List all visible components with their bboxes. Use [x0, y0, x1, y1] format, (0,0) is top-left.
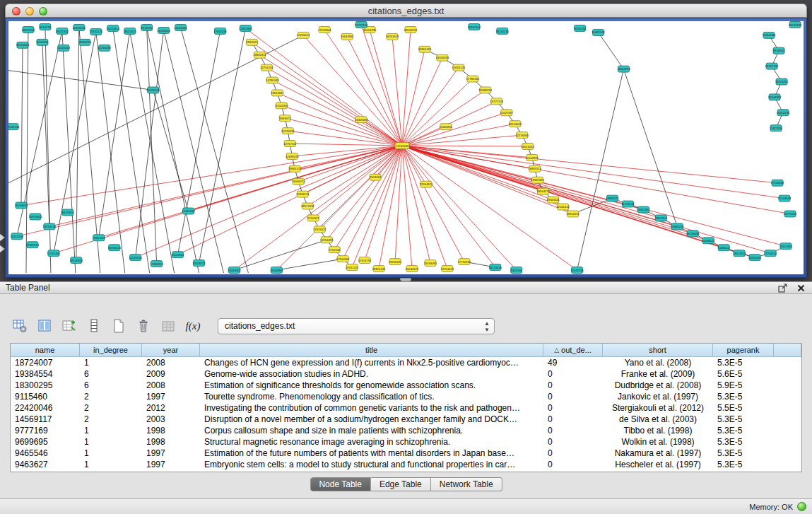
graph-node[interactable]: 12460333: [182, 208, 195, 214]
graph-node[interactable]: 17554304: [336, 256, 350, 262]
zoom-window-button[interactable]: [39, 7, 47, 16]
graph-node[interactable]: 18301261: [637, 206, 650, 213]
graph-node[interactable]: 12312455: [239, 25, 252, 31]
table-row[interactable]: 969969511998Structural magnetic resonanc…: [11, 436, 801, 448]
graph-node[interactable]: 12210455: [98, 45, 111, 51]
table-row[interactable]: 911546021997Tourette syndrome. Phenomeno…: [11, 391, 801, 402]
graph-node[interactable]: 12754413: [441, 266, 454, 272]
graph-node[interactable]: 17052233: [213, 28, 227, 34]
graph-node[interactable]: 17704214: [764, 250, 777, 257]
graph-node[interactable]: 16113342: [779, 243, 793, 250]
function-builder-icon[interactable]: f(x): [183, 317, 203, 336]
column-header-short[interactable]: short: [603, 344, 713, 357]
graph-node[interactable]: 18755124: [43, 223, 57, 230]
graph-node[interactable]: 15344952: [440, 124, 453, 130]
graph-node[interactable]: 17240580: [395, 143, 409, 149]
graph-node[interactable]: 17925521: [313, 226, 326, 233]
graph-node[interactable]: 11007537: [500, 110, 514, 116]
graph-node[interactable]: 12206021: [297, 32, 310, 38]
graph-node[interactable]: 18640912: [404, 26, 418, 33]
node-table[interactable]: namein_degreeyeartitle△out_de...shortpag…: [10, 343, 802, 472]
graph-node[interactable]: 9524081: [370, 174, 382, 180]
table-row[interactable]: 1830029562008Estimation of significance …: [11, 380, 801, 391]
graph-node[interactable]: 15056713: [292, 178, 305, 185]
graph-node[interactable]: 16914251: [566, 211, 579, 217]
column-header-out_de...[interactable]: △out_de...: [543, 344, 603, 357]
show-columns-icon[interactable]: [35, 317, 54, 336]
graph-node[interactable]: 16208112: [192, 260, 206, 267]
graph-node[interactable]: 20142320: [275, 103, 288, 109]
graph-node[interactable]: 19861311: [253, 52, 266, 58]
graph-node[interactable]: 11224105: [129, 255, 143, 261]
graph-node[interactable]: 16648794: [617, 66, 630, 72]
graph-node[interactable]: 17332120: [89, 28, 102, 35]
graph-node[interactable]: 17732254: [458, 259, 471, 265]
graph-node[interactable]: 20732625: [281, 128, 295, 134]
graph-node[interactable]: 12103544: [778, 195, 792, 201]
graph-node[interactable]: 9069571: [279, 115, 291, 122]
graph-node[interactable]: 16154220: [157, 27, 170, 33]
graph-node[interactable]: 16553124: [107, 245, 121, 251]
table-row[interactable]: 1938455462009Genome-wide association stu…: [11, 368, 801, 380]
table-row[interactable]: 977716911998Corpus callosum shape and si…: [11, 425, 801, 436]
graph-node[interactable]: 12533104: [8, 124, 20, 130]
graph-node[interactable]: 18021531: [123, 28, 136, 34]
graph-node[interactable]: 16777128: [490, 98, 503, 105]
graph-node[interactable]: 16442103: [592, 29, 605, 35]
graph-node[interactable]: 17210443: [771, 180, 784, 186]
graph-node[interactable]: 15222414: [106, 25, 119, 31]
graph-node[interactable]: 16113205: [11, 233, 24, 240]
column-header-title[interactable]: title: [200, 344, 543, 357]
graph-node[interactable]: 18544271: [536, 188, 550, 194]
graph-node[interactable]: 22044621: [420, 181, 433, 187]
import-table-icon[interactable]: [158, 317, 178, 336]
graph-node[interactable]: 12412230: [570, 267, 584, 274]
tab-node-table[interactable]: Node Table: [310, 477, 371, 491]
graph-node[interactable]: 19128456: [686, 230, 700, 237]
graph-node[interactable]: 11234150: [174, 24, 187, 30]
graph-node[interactable]: 18495714: [528, 165, 541, 172]
graph-node[interactable]: 17785350: [466, 76, 480, 82]
graph-node[interactable]: 18223415: [488, 264, 502, 271]
graph-node[interactable]: 16200650: [15, 202, 28, 209]
graph-node[interactable]: 19861317: [288, 165, 302, 172]
new-table-icon[interactable]: [109, 317, 129, 336]
graph-node[interactable]: 16890121: [606, 195, 619, 201]
graph-node[interactable]: 15184491: [424, 260, 437, 267]
graph-node[interactable]: 16326253: [436, 54, 449, 61]
table-row[interactable]: 946554611997Estimation of the future num…: [11, 448, 801, 459]
graph-node[interactable]: 11315244: [621, 201, 635, 207]
graph-node[interactable]: 15616126: [452, 64, 466, 71]
graph-node[interactable]: 12455031: [73, 24, 86, 30]
column-header-in_degree[interactable]: in_degree: [80, 344, 142, 357]
graph-node[interactable]: 16044122: [406, 266, 419, 272]
graph-node[interactable]: 9414235: [40, 23, 52, 30]
graph-node[interactable]: 16021542: [56, 28, 69, 34]
graph-node[interactable]: 1863021: [246, 39, 258, 45]
graph-node[interactable]: 14240049: [266, 77, 279, 83]
graph-node[interactable]: 16044953: [270, 267, 283, 274]
graph-node[interactable]: 9253114: [575, 25, 587, 31]
graph-node[interactable]: 9324150: [511, 267, 523, 274]
network-graph[interactable]: 1724058018630211986131112754110142400491…: [8, 21, 804, 274]
graph-node[interactable]: 18624153: [733, 250, 746, 257]
memory-status-indicator[interactable]: [797, 502, 806, 511]
graph-node[interactable]: 16361104: [468, 23, 481, 30]
graph-node[interactable]: 18274411: [775, 78, 789, 85]
graph-node[interactable]: 17590513: [26, 242, 40, 248]
graph-node[interactable]: 17614752: [358, 257, 372, 264]
tab-network-table[interactable]: Network Table: [431, 477, 502, 491]
graph-node[interactable]: 18811847: [271, 90, 284, 96]
graph-node[interactable]: 16016242: [521, 144, 534, 150]
table-selector-dropdown[interactable]: citations_edges.txt ▲▼: [218, 318, 495, 334]
graph-node[interactable]: 12254439: [320, 237, 334, 243]
graph-node[interactable]: 16412235: [777, 110, 790, 116]
graph-node[interactable]: 16048221: [702, 238, 715, 244]
graph-node[interactable]: 9124530: [172, 252, 184, 258]
graph-node[interactable]: 16751417: [346, 264, 359, 271]
graph-node[interactable]: 15901132: [93, 235, 106, 241]
graph-node[interactable]: 16845210: [671, 223, 684, 230]
graph-node[interactable]: 18132245: [495, 28, 509, 34]
graph-node[interactable]: 9102354: [37, 39, 49, 45]
create-column-icon[interactable]: [59, 317, 79, 336]
